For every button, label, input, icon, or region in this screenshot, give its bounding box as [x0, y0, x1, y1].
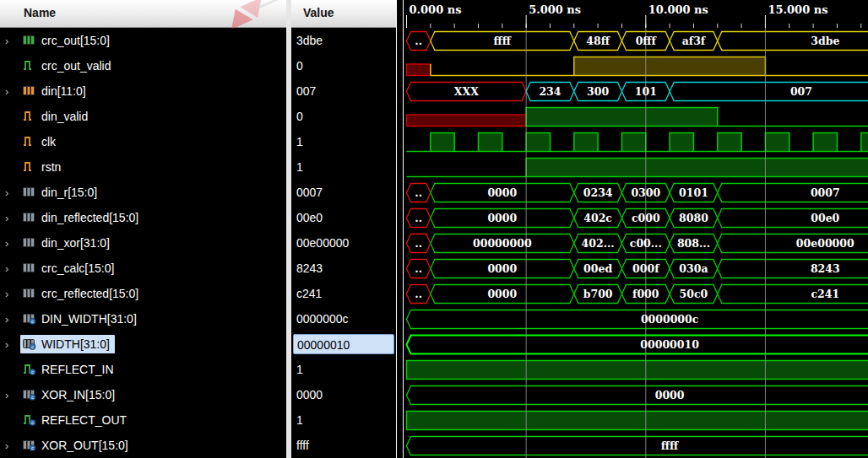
signal-name-cell[interactable]: cXOR_IN[15:0]	[20, 385, 120, 404]
svg-text:c: c	[31, 369, 34, 374]
signal-value-cell[interactable]: 007	[291, 78, 396, 104]
signal-name-cell[interactable]: din_valid	[20, 107, 93, 126]
signal-value-cell[interactable]: 1	[291, 407, 396, 433]
expand-arrow-icon[interactable]: ›	[0, 262, 20, 275]
signal-value-cell[interactable]: 3dbe	[291, 28, 396, 53]
signal-value-cell[interactable]: 1	[291, 357, 396, 382]
signal-name-label: rstn	[41, 160, 61, 174]
svg-text:402c: 402c	[583, 212, 612, 224]
svg-text:0000: 0000	[487, 212, 517, 224]
signal-name-cell[interactable]: cXOR_OUT[15:0]	[20, 436, 133, 455]
signal-name-cell[interactable]: crc_calc[15:0]	[20, 259, 119, 277]
signal-value-cell[interactable]: 0	[291, 104, 396, 129]
signal-value-cell[interactable]: 8243	[291, 256, 396, 281]
signal-row[interactable]: ›din[11:0]	[0, 78, 286, 104]
signal-value-text: 0000	[296, 388, 323, 401]
expand-arrow-icon[interactable]: ›	[0, 186, 20, 199]
signal-row[interactable]: ›din_r[15:0]	[0, 180, 286, 205]
signal-value-text: 007	[296, 84, 316, 98]
signal-name-cell[interactable]: clk	[20, 132, 61, 151]
expand-arrow-icon[interactable]: ›	[0, 212, 20, 224]
svg-text:..: ..	[415, 288, 422, 300]
signal-name-cell[interactable]: din_r[15:0]	[20, 183, 102, 202]
name-panel: Name ›crc_out[15:0]crc_out_valid›din[11:…	[0, 0, 286, 458]
expand-arrow-icon[interactable]: ›	[0, 439, 20, 452]
signal-row[interactable]: rstn	[0, 154, 286, 180]
signal-name-cell[interactable]: crc_reflected[15:0]	[20, 284, 144, 303]
expand-arrow-icon[interactable]: ›	[0, 288, 20, 300]
signal-value-text: 00000010	[293, 334, 394, 354]
bus-signal-icon	[23, 212, 36, 224]
signal-value-cell[interactable]: ffff	[291, 433, 396, 458]
svg-text:c000: c000	[632, 212, 660, 224]
signal-value-cell[interactable]: 00e00000	[291, 230, 396, 256]
signal-value-text: 3dbe	[296, 34, 323, 47]
signal-row[interactable]: ›cXOR_OUT[15:0]	[0, 433, 286, 458]
signal-row[interactable]: clk	[0, 129, 286, 154]
signal-name-cell[interactable]: din_reflected[15:0]	[20, 208, 144, 227]
signal-row[interactable]: ›cXOR_IN[15:0]	[0, 382, 286, 407]
signal-value-text: 0007	[296, 186, 323, 199]
expand-arrow-icon[interactable]: ›	[0, 237, 20, 250]
svg-text:8243: 8243	[811, 262, 840, 275]
signal-name-label: XOR_IN[15:0]	[41, 388, 115, 401]
signal-row[interactable]: cREFLECT_IN	[0, 357, 286, 382]
signal-name-label: DIN_WIDTH[31:0]	[41, 312, 137, 326]
signal-value-cell[interactable]: c241	[291, 281, 396, 306]
wave-canvas[interactable]: ..ffff48ff0fffaf3f3dbeXXX234300101007..0…	[404, 28, 868, 458]
svg-text:0000: 0000	[655, 389, 685, 401]
svg-text:000f: 000f	[632, 262, 660, 275]
signal-row[interactable]: ›crc_calc[15:0]	[0, 256, 286, 281]
expand-arrow-icon[interactable]: ›	[0, 85, 20, 98]
signal-value-cell[interactable]: 00e0	[291, 205, 396, 230]
signal-row[interactable]: ›cWIDTH[31:0]	[0, 331, 286, 357]
signal-row[interactable]: cREFLECT_OUT	[0, 407, 286, 433]
signal-name-cell[interactable]: cREFLECT_OUT	[20, 411, 132, 429]
signal-value-cell[interactable]: 1	[291, 129, 396, 154]
time-ruler[interactable]: 0.000 ns5.000 ns10.000 ns15.000 ns	[404, 0, 868, 28]
expand-arrow-icon[interactable]: ›	[0, 313, 20, 326]
svg-text:0000: 0000	[487, 288, 517, 300]
signal-name-cell[interactable]: crc_out[15:0]	[20, 31, 115, 50]
value-panel: Value 3dbe0007011000700e000e000008243c24…	[291, 0, 397, 458]
svg-text:af3f: af3f	[682, 35, 707, 47]
value-wave-splitter[interactable]	[397, 0, 403, 458]
signal-row[interactable]: crc_out_valid	[0, 53, 286, 78]
signal-value-cell[interactable]: 0007	[291, 180, 396, 205]
signal-row[interactable]: din_valid	[0, 104, 286, 129]
wave-panel[interactable]: 0.000 ns5.000 ns10.000 ns15.000 ns ..fff…	[403, 0, 868, 458]
name-column-header[interactable]: Name	[0, 0, 286, 28]
signal-row[interactable]: ›crc_out[15:0]	[0, 28, 286, 53]
svg-text:c: c	[31, 445, 34, 450]
bus-signal-icon	[23, 35, 36, 46]
svg-text:00e0: 00e0	[811, 212, 839, 224]
signal-name-cell[interactable]: crc_out_valid	[20, 57, 117, 75]
signal-value-cell[interactable]: 00000010	[291, 331, 396, 357]
signal-name-cell[interactable]: rstn	[20, 158, 66, 176]
svg-text:0000: 0000	[487, 262, 517, 275]
signal-value-cell[interactable]: 1	[291, 154, 396, 180]
signal-name-cell[interactable]: din[11:0]	[20, 82, 91, 100]
signal-name-cell[interactable]: cREFLECT_IN	[20, 360, 119, 379]
value-column-header[interactable]: Value	[291, 0, 396, 28]
signal-name-cell[interactable]: din_xor[31:0]	[20, 234, 115, 252]
expand-arrow-icon[interactable]: ›	[0, 338, 20, 351]
signal-name-label: din_xor[31:0]	[41, 236, 110, 250]
signal-name-cell[interactable]: cWIDTH[31:0]	[20, 335, 115, 353]
signal-name-label: crc_reflected[15:0]	[41, 287, 138, 300]
signal-value-text: 0	[296, 59, 303, 73]
signal-row[interactable]: ›crc_reflected[15:0]	[0, 281, 286, 306]
signal-value-cell[interactable]: 0000	[291, 382, 396, 407]
svg-text:3dbe: 3dbe	[811, 35, 839, 47]
signal-row[interactable]: ›din_reflected[15:0]	[0, 205, 286, 230]
signal-name-label: crc_out[15:0]	[41, 34, 110, 47]
signal-value-cell[interactable]: 0	[291, 53, 396, 78]
signal-value-cell[interactable]: 0000000c	[291, 306, 396, 331]
expand-arrow-icon[interactable]: ›	[0, 35, 20, 47]
signal-name-cell[interactable]: cDIN_WIDTH[31:0]	[20, 310, 142, 328]
signal-row[interactable]: ›cDIN_WIDTH[31:0]	[0, 306, 286, 331]
expand-arrow-icon[interactable]: ›	[0, 389, 20, 401]
signal-name-label: clk	[41, 135, 56, 148]
svg-text:..: ..	[415, 212, 422, 224]
signal-row[interactable]: ›din_xor[31:0]	[0, 230, 286, 256]
